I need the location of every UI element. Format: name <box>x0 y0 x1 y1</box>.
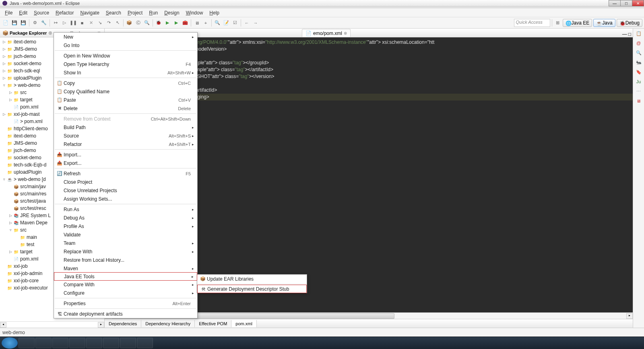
menu-project[interactable]: Project <box>124 9 146 16</box>
menu-item-delete[interactable]: ✖DeleteDelete <box>54 104 197 113</box>
horizontal-scrollbar[interactable]: ◂ ▸ <box>0 321 104 328</box>
javaee-tools-submenu[interactable]: 📦Update EAR Libraries🛠Generate Deploymen… <box>197 274 307 293</box>
perspective-java-ee[interactable]: 🌐Java EE <box>563 19 592 27</box>
tool-icon-2[interactable]: 🔧 <box>40 19 48 27</box>
menu-item-configure[interactable]: Configure▸ <box>54 289 197 297</box>
start-button[interactable] <box>2 337 18 349</box>
more-icon[interactable]: ⋯ <box>636 89 642 95</box>
menu-file[interactable]: File <box>2 9 16 16</box>
step-into-icon[interactable]: ↘ <box>96 19 104 27</box>
menu-item-properties[interactable]: PropertiesAlt+Enter <box>54 299 197 308</box>
menu-navigate[interactable]: Navigate <box>77 9 102 16</box>
menu-item-restore-from-local-history-[interactable]: Restore from Local History... <box>54 256 197 264</box>
menu-edit[interactable]: Edit <box>16 9 31 16</box>
forward-icon[interactable]: → <box>252 19 260 27</box>
task-list-icon[interactable]: @ <box>636 41 642 47</box>
ant-icon[interactable]: 🐜 <box>636 60 642 66</box>
pom-tab-pom.xml[interactable]: pom.xml <box>231 320 257 327</box>
menu-refactor[interactable]: Refactor <box>52 9 77 16</box>
taskbar-app[interactable] <box>52 338 68 348</box>
menu-item-java-ee-tools[interactable]: Java EE Tools▸ <box>54 272 197 281</box>
menu-item-team[interactable]: Team▸ <box>54 239 197 247</box>
close-tab-icon[interactable]: ⊗ <box>344 31 347 35</box>
taskbar-app[interactable] <box>86 338 102 348</box>
menu-run[interactable]: Run <box>146 9 161 16</box>
pom-tab-effective-pom[interactable]: Effective POM <box>195 320 231 327</box>
menu-item-maven[interactable]: Maven▸ <box>54 264 197 273</box>
menu-source[interactable]: Source <box>31 9 52 16</box>
perspective-java[interactable]: ☕Java <box>593 19 615 27</box>
junit-icon[interactable]: Ju <box>636 79 642 86</box>
pom-tab-dependencies[interactable]: Dependencies <box>105 320 141 327</box>
disconnect-icon[interactable]: ⤫ <box>87 19 95 27</box>
taskbar-app[interactable] <box>120 338 136 348</box>
menu-design[interactable]: Design <box>161 9 182 16</box>
context-menu[interactable]: New▸Go IntoOpen in New WindowOpen Type H… <box>54 32 198 318</box>
save-icon[interactable]: 💾 <box>10 19 19 27</box>
perspective-debug[interactable]: 🐞Debug <box>617 19 642 27</box>
menu-item-copy[interactable]: 📋CopyCtrl+C <box>54 79 197 87</box>
taskbar-app[interactable] <box>35 338 52 348</box>
menu-item-copy-qualified-name[interactable]: 📋Copy Qualified Name <box>54 87 197 96</box>
run-last-icon[interactable]: ▶ <box>172 19 180 27</box>
menu-item-build-path[interactable]: Build Path▸ <box>54 123 197 131</box>
menu-item-generate-deployment-descriptor-stub[interactable]: 🛠Generate Deployment Descriptor Stub <box>197 285 307 293</box>
new-connector-icon[interactable]: + <box>202 19 210 27</box>
menu-item-refresh[interactable]: 🔄RefreshF5 <box>54 169 197 178</box>
menu-item-source[interactable]: SourceAlt+Shift+S▸ <box>54 131 197 140</box>
suspend-icon[interactable]: ❚❚ <box>69 19 77 27</box>
maximize-button[interactable]: □ <box>620 0 632 6</box>
taskbar-app[interactable] <box>103 338 119 348</box>
menu-item-import-[interactable]: 📥Import... <box>54 150 197 159</box>
debug-skip-icon[interactable]: ↦ <box>52 19 60 27</box>
search-icon[interactable]: 🔍 <box>213 19 221 27</box>
menu-item-update-ear-libraries[interactable]: 📦Update EAR Libraries <box>197 275 307 283</box>
outline-icon[interactable]: 📋 <box>636 31 642 37</box>
menu-item-assign-working-sets-[interactable]: Assign Working Sets... <box>54 195 197 203</box>
search-icon[interactable]: 🔍 <box>636 50 642 57</box>
minimize-button[interactable]: — <box>609 0 621 6</box>
minimize-editor-icon[interactable]: — <box>622 31 627 37</box>
menu-item-close-unrelated-projects[interactable]: Close Unrelated Projects <box>54 186 197 195</box>
menu-item-debug-as[interactable]: Debug As▸ <box>54 214 197 222</box>
back-icon[interactable]: ← <box>243 19 251 27</box>
menu-item-compare-with[interactable]: Compare With▸ <box>54 280 197 289</box>
menu-item-export-[interactable]: 📤Export... <box>54 159 197 167</box>
menu-item-replace-with[interactable]: Replace With▸ <box>54 247 197 256</box>
menu-item-open-type-hierarchy[interactable]: Open Type HierarchyF4 <box>54 60 197 68</box>
editor-tab-pomxml[interactable]: 📄 emo/pom.xml ⊗ <box>302 29 351 37</box>
menu-search[interactable]: Search <box>103 9 124 16</box>
pom-tab-dependency-hierarchy[interactable]: Dependency Hierarchy <box>141 320 195 327</box>
menu-item-paste[interactable]: 📋PasteCtrl+V <box>54 96 197 104</box>
scroll-right-icon[interactable]: ▸ <box>98 322 104 328</box>
new-class-icon[interactable]: Ⓒ <box>134 19 142 27</box>
menu-item-validate[interactable]: Validate <box>54 230 197 239</box>
scroll-left-icon[interactable]: ◂ <box>0 322 6 328</box>
open-type-icon[interactable]: 🔍 <box>143 19 151 27</box>
close-button[interactable]: ✕ <box>632 0 644 6</box>
terminate-icon[interactable]: ■ <box>78 19 86 27</box>
maximize-editor-icon[interactable]: □ <box>628 31 631 37</box>
menu-item-close-project[interactable]: Close Project <box>54 178 197 186</box>
task-icon[interactable]: ☑ <box>231 19 239 27</box>
servers-icon[interactable]: 🖥 <box>636 99 642 105</box>
taskbar-app[interactable] <box>69 338 85 348</box>
menu-item-create-deployment-artifacts[interactable]: 🏗Create deployment artifacts <box>54 310 197 318</box>
taskbar-app[interactable] <box>137 338 153 348</box>
menu-help[interactable]: Help <box>206 9 223 16</box>
menu-window[interactable]: Window <box>183 9 206 16</box>
menu-item-new[interactable]: New▸ <box>54 33 197 41</box>
open-perspective-icon[interactable]: ⊞ <box>554 19 562 27</box>
debug-dropdown-icon[interactable]: 🐞 <box>155 19 163 27</box>
save-all-icon[interactable]: 💾 <box>19 19 27 27</box>
tool-icon-1[interactable]: ⚙ <box>31 19 39 27</box>
menu-item-open-in-new-window[interactable]: Open in New Window <box>54 51 197 60</box>
annotation-icon[interactable]: 📝 <box>222 19 230 27</box>
step-over-icon[interactable]: ↷ <box>105 19 113 27</box>
menu-item-profile-as[interactable]: Profile As▸ <box>54 222 197 230</box>
new-server-icon[interactable]: 🖥 <box>193 19 201 27</box>
external-tools-icon[interactable]: 🧰 <box>181 19 189 27</box>
new-icon[interactable]: 📄 <box>2 19 10 27</box>
menu-item-run-as[interactable]: Run As▸ <box>54 205 197 214</box>
scroll-right-icon[interactable]: ▸ <box>626 313 633 319</box>
